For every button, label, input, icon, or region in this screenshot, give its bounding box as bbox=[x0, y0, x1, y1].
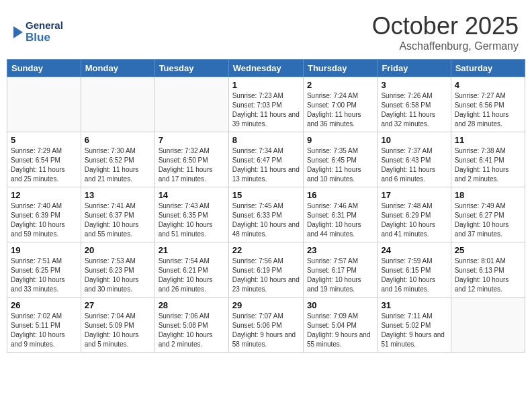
day-info: Sunrise: 7:54 AM Sunset: 6:21 PM Dayligh… bbox=[159, 257, 225, 294]
calendar-cell: 4Sunrise: 7:27 AM Sunset: 6:56 PM Daylig… bbox=[451, 77, 525, 132]
weekday-header: Thursday bbox=[303, 60, 377, 77]
day-number: 24 bbox=[381, 245, 447, 255]
calendar-cell: 24Sunrise: 7:59 AM Sunset: 6:15 PM Dayli… bbox=[378, 242, 451, 298]
week-row: 1Sunrise: 7:23 AM Sunset: 7:03 PM Daylig… bbox=[7, 77, 525, 132]
day-info: Sunrise: 7:30 AM Sunset: 6:52 PM Dayligh… bbox=[85, 146, 151, 184]
svg-marker-3 bbox=[13, 26, 23, 38]
calendar-cell: 21Sunrise: 7:54 AM Sunset: 6:21 PM Dayli… bbox=[154, 242, 228, 298]
day-info: Sunrise: 7:23 AM Sunset: 7:03 PM Dayligh… bbox=[232, 91, 300, 129]
calendar-table: SundayMondayTuesdayWednesdayThursdayFrid… bbox=[7, 59, 525, 353]
day-info: Sunrise: 7:43 AM Sunset: 6:35 PM Dayligh… bbox=[159, 201, 225, 239]
calendar-cell bbox=[154, 77, 228, 132]
day-number: 2 bbox=[307, 80, 373, 90]
day-number: 29 bbox=[232, 300, 300, 310]
weekday-header: Tuesday bbox=[154, 60, 228, 77]
day-number: 18 bbox=[455, 190, 521, 200]
calendar-cell: 29Sunrise: 7:07 AM Sunset: 5:06 PM Dayli… bbox=[228, 298, 303, 353]
day-info: Sunrise: 7:41 AM Sunset: 6:37 PM Dayligh… bbox=[85, 201, 151, 239]
calendar-cell bbox=[451, 298, 525, 353]
calendar-cell: 2Sunrise: 7:24 AM Sunset: 7:00 PM Daylig… bbox=[303, 77, 377, 132]
calendar-cell: 3Sunrise: 7:26 AM Sunset: 6:58 PM Daylig… bbox=[378, 77, 451, 132]
day-number: 8 bbox=[232, 135, 300, 145]
day-info: Sunrise: 7:57 AM Sunset: 6:17 PM Dayligh… bbox=[307, 257, 373, 294]
day-info: Sunrise: 7:27 AM Sunset: 6:56 PM Dayligh… bbox=[455, 91, 521, 129]
day-number: 9 bbox=[307, 135, 373, 145]
day-info: Sunrise: 7:45 AM Sunset: 6:33 PM Dayligh… bbox=[232, 201, 300, 239]
day-info: Sunrise: 7:11 AM Sunset: 5:02 PM Dayligh… bbox=[381, 312, 447, 349]
location: Aschaffenburg, Germany bbox=[372, 40, 519, 52]
calendar-cell bbox=[81, 77, 154, 132]
day-info: Sunrise: 7:09 AM Sunset: 5:04 PM Dayligh… bbox=[307, 312, 373, 349]
day-number: 26 bbox=[11, 300, 77, 310]
calendar-cell: 13Sunrise: 7:41 AM Sunset: 6:37 PM Dayli… bbox=[81, 187, 154, 242]
calendar-cell bbox=[7, 77, 81, 132]
day-info: Sunrise: 7:38 AM Sunset: 6:41 PM Dayligh… bbox=[455, 146, 521, 184]
calendar-cell: 12Sunrise: 7:40 AM Sunset: 6:39 PM Dayli… bbox=[7, 187, 81, 242]
week-row: 26Sunrise: 7:02 AM Sunset: 5:11 PM Dayli… bbox=[7, 298, 525, 353]
calendar-cell: 1Sunrise: 7:23 AM Sunset: 7:03 PM Daylig… bbox=[228, 77, 303, 132]
calendar-cell: 26Sunrise: 7:02 AM Sunset: 5:11 PM Dayli… bbox=[7, 298, 81, 353]
logo: General Blue General Blue bbox=[13, 20, 63, 44]
day-info: Sunrise: 7:02 AM Sunset: 5:11 PM Dayligh… bbox=[11, 312, 77, 349]
calendar-cell: 23Sunrise: 7:57 AM Sunset: 6:17 PM Dayli… bbox=[303, 242, 377, 298]
weekday-header: Sunday bbox=[7, 60, 81, 77]
day-info: Sunrise: 7:51 AM Sunset: 6:25 PM Dayligh… bbox=[11, 257, 77, 294]
day-number: 3 bbox=[381, 80, 447, 90]
day-number: 28 bbox=[159, 300, 225, 310]
day-info: Sunrise: 7:07 AM Sunset: 5:06 PM Dayligh… bbox=[232, 312, 300, 349]
day-number: 6 bbox=[85, 135, 151, 145]
logo-general: General bbox=[26, 20, 63, 32]
day-number: 23 bbox=[307, 245, 373, 255]
day-number: 25 bbox=[455, 245, 521, 255]
weekday-header-row: SundayMondayTuesdayWednesdayThursdayFrid… bbox=[7, 60, 525, 77]
month-title: October 2025 bbox=[372, 12, 519, 40]
day-info: Sunrise: 7:48 AM Sunset: 6:29 PM Dayligh… bbox=[381, 201, 447, 239]
calendar-cell: 22Sunrise: 7:56 AM Sunset: 6:19 PM Dayli… bbox=[228, 242, 303, 298]
day-number: 30 bbox=[307, 300, 373, 310]
day-number: 22 bbox=[232, 245, 300, 255]
calendar-cell: 11Sunrise: 7:38 AM Sunset: 6:41 PM Dayli… bbox=[451, 132, 525, 187]
day-info: Sunrise: 7:40 AM Sunset: 6:39 PM Dayligh… bbox=[11, 201, 77, 239]
calendar-cell: 28Sunrise: 7:06 AM Sunset: 5:08 PM Dayli… bbox=[154, 298, 228, 353]
calendar-cell: 30Sunrise: 7:09 AM Sunset: 5:04 PM Dayli… bbox=[303, 298, 377, 353]
week-row: 19Sunrise: 7:51 AM Sunset: 6:25 PM Dayli… bbox=[7, 242, 525, 298]
logo-blue: Blue bbox=[26, 32, 63, 44]
calendar-cell: 31Sunrise: 7:11 AM Sunset: 5:02 PM Dayli… bbox=[378, 298, 451, 353]
day-info: Sunrise: 7:37 AM Sunset: 6:43 PM Dayligh… bbox=[381, 146, 447, 184]
day-number: 12 bbox=[11, 190, 77, 200]
calendar-cell: 8Sunrise: 7:34 AM Sunset: 6:47 PM Daylig… bbox=[228, 132, 303, 187]
day-info: Sunrise: 7:46 AM Sunset: 6:31 PM Dayligh… bbox=[307, 201, 373, 239]
day-info: Sunrise: 7:34 AM Sunset: 6:47 PM Dayligh… bbox=[232, 146, 300, 184]
day-info: Sunrise: 7:32 AM Sunset: 6:50 PM Dayligh… bbox=[159, 146, 225, 184]
calendar-cell: 6Sunrise: 7:30 AM Sunset: 6:52 PM Daylig… bbox=[81, 132, 154, 187]
calendar-cell: 10Sunrise: 7:37 AM Sunset: 6:43 PM Dayli… bbox=[378, 132, 451, 187]
title-block: October 2025 Aschaffenburg, Germany bbox=[372, 12, 519, 52]
day-info: Sunrise: 7:53 AM Sunset: 6:23 PM Dayligh… bbox=[85, 257, 151, 294]
logo-triangle-icon bbox=[13, 23, 23, 42]
calendar-cell: 9Sunrise: 7:35 AM Sunset: 6:45 PM Daylig… bbox=[303, 132, 377, 187]
day-info: Sunrise: 7:04 AM Sunset: 5:09 PM Dayligh… bbox=[85, 312, 151, 349]
weekday-header: Saturday bbox=[451, 60, 525, 77]
day-info: Sunrise: 7:06 AM Sunset: 5:08 PM Dayligh… bbox=[159, 312, 225, 349]
weekday-header: Friday bbox=[378, 60, 451, 77]
calendar-cell: 15Sunrise: 7:45 AM Sunset: 6:33 PM Dayli… bbox=[228, 187, 303, 242]
day-info: Sunrise: 7:35 AM Sunset: 6:45 PM Dayligh… bbox=[307, 146, 373, 184]
day-number: 17 bbox=[381, 190, 447, 200]
day-number: 19 bbox=[11, 245, 77, 255]
day-info: Sunrise: 7:59 AM Sunset: 6:15 PM Dayligh… bbox=[381, 257, 447, 294]
day-number: 14 bbox=[159, 190, 225, 200]
calendar-cell: 27Sunrise: 7:04 AM Sunset: 5:09 PM Dayli… bbox=[81, 298, 154, 353]
calendar-cell: 7Sunrise: 7:32 AM Sunset: 6:50 PM Daylig… bbox=[154, 132, 228, 187]
day-number: 21 bbox=[159, 245, 225, 255]
day-info: Sunrise: 7:49 AM Sunset: 6:27 PM Dayligh… bbox=[455, 201, 521, 239]
day-number: 4 bbox=[455, 80, 521, 90]
weekday-header: Wednesday bbox=[228, 60, 303, 77]
page-header: General Blue General Blue October 2025 A… bbox=[7, 7, 525, 55]
day-number: 11 bbox=[455, 135, 521, 145]
calendar-cell: 17Sunrise: 7:48 AM Sunset: 6:29 PM Dayli… bbox=[378, 187, 451, 242]
day-info: Sunrise: 7:29 AM Sunset: 6:54 PM Dayligh… bbox=[11, 146, 77, 184]
calendar-cell: 18Sunrise: 7:49 AM Sunset: 6:27 PM Dayli… bbox=[451, 187, 525, 242]
week-row: 12Sunrise: 7:40 AM Sunset: 6:39 PM Dayli… bbox=[7, 187, 525, 242]
day-number: 15 bbox=[232, 190, 300, 200]
weekday-header: Monday bbox=[81, 60, 154, 77]
